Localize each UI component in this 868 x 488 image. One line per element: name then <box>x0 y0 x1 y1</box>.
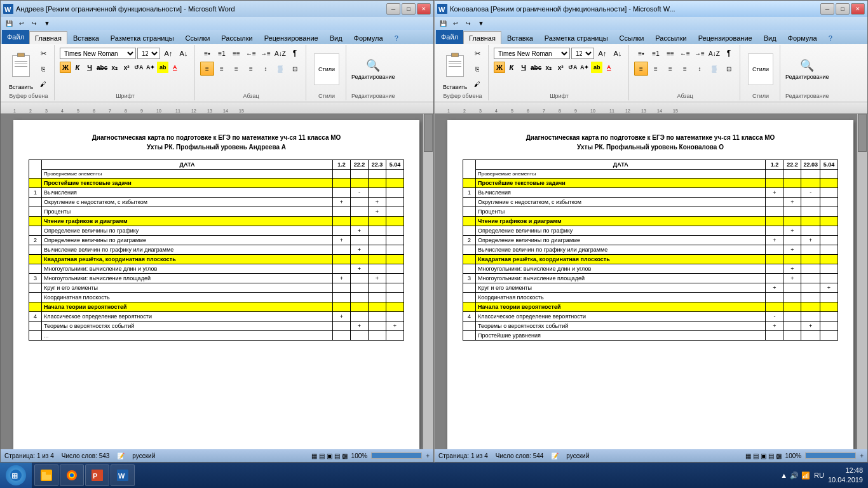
superscript-btn-2[interactable]: x² <box>555 62 566 73</box>
mail-tab-2[interactable]: Рассылки <box>649 31 692 44</box>
font-select-1[interactable]: Times New Roman <box>60 48 136 59</box>
layout-tab-2[interactable]: Разметка страницы <box>539 31 614 44</box>
shading-2[interactable]: ▒ <box>707 62 721 76</box>
maximize-btn-1[interactable]: □ <box>402 3 416 15</box>
copy-btn-2[interactable]: ⎘ <box>470 62 484 76</box>
bold-btn-1[interactable]: Ж <box>60 62 71 73</box>
align-justify-1[interactable]: ≡ <box>244 62 258 76</box>
language-indicator[interactable]: RU <box>814 471 824 479</box>
scrollbar-2[interactable] <box>857 114 867 449</box>
undo-qa-btn-1[interactable]: ↩ <box>16 18 27 29</box>
clear-format-1[interactable]: ↺A <box>133 62 144 73</box>
decrease-indent-2[interactable]: ←≡ <box>678 46 692 60</box>
font-color-2[interactable]: A <box>603 62 614 73</box>
taskbar-item-explorer[interactable] <box>34 464 58 486</box>
border-2[interactable]: ⊡ <box>722 62 736 76</box>
review-tab-1[interactable]: Рецензирование <box>259 31 324 44</box>
view-tab-2[interactable]: Вид <box>758 31 782 44</box>
scrollbar-thumb-2[interactable] <box>858 114 867 152</box>
close-btn-2[interactable]: ✕ <box>851 3 865 15</box>
zoom-bar-2[interactable] <box>805 452 856 459</box>
bullet-list-1[interactable]: ≡• <box>200 46 214 60</box>
insert-tab-1[interactable]: Вставка <box>67 31 105 44</box>
file-tab-2[interactable]: Файл <box>436 30 463 44</box>
increase-font-2[interactable]: A↑ <box>595 46 609 60</box>
align-center-2[interactable]: ≡ <box>649 62 663 76</box>
line-spacing-2[interactable]: ↕ <box>693 62 707 76</box>
size-select-1[interactable]: 12 <box>137 48 160 59</box>
strikethrough-btn-2[interactable]: abc <box>530 62 542 73</box>
show-marks-2[interactable]: ¶ <box>722 46 736 60</box>
redo-qa-btn-1[interactable]: ↪ <box>29 18 40 29</box>
align-right-1[interactable]: ≡ <box>229 62 243 76</box>
text-effect-1[interactable]: A✦ <box>145 62 156 73</box>
zoom-plus-1[interactable]: + <box>426 452 430 459</box>
styles-btn-1[interactable]: Стили <box>311 47 342 92</box>
decrease-font-2[interactable]: A↓ <box>611 46 625 60</box>
home-tab-1[interactable]: Главная <box>29 31 67 44</box>
align-justify-2[interactable]: ≡ <box>678 62 692 76</box>
align-left-2[interactable]: ≡ <box>634 62 648 76</box>
layout-tab-1[interactable]: Разметка страницы <box>105 31 180 44</box>
highlight-color-2[interactable]: ab <box>591 62 602 73</box>
sort-1[interactable]: A↓Z <box>273 46 287 60</box>
home-tab-2[interactable]: Главная <box>463 31 501 44</box>
styles-btn-2[interactable]: Стили <box>745 47 776 92</box>
cut-btn-1[interactable]: ✂ <box>36 47 50 61</box>
help-tab-1[interactable]: ? <box>389 31 404 44</box>
border-1[interactable]: ⊡ <box>288 62 302 76</box>
close-btn-1[interactable]: ✕ <box>417 3 431 15</box>
review-tab-2[interactable]: Рецензирование <box>693 31 758 44</box>
format-paint-btn-1[interactable]: 🖌 <box>36 78 50 92</box>
text-effect-2[interactable]: A✦ <box>579 62 590 73</box>
save-qa-btn-2[interactable]: 💾 <box>437 18 449 29</box>
underline-btn-1[interactable]: Ч <box>84 62 95 73</box>
mail-tab-1[interactable]: Рассылки <box>215 31 258 44</box>
taskbar-item-word[interactable]: W <box>111 464 135 486</box>
formula-tab-2[interactable]: Формула <box>782 31 823 44</box>
view-tab-1[interactable]: Вид <box>324 31 348 44</box>
bullet-list-2[interactable]: ≡• <box>634 46 648 60</box>
undo-qa-btn-2[interactable]: ↩ <box>450 18 461 29</box>
multilevel-list-2[interactable]: ≡≡ <box>663 46 677 60</box>
decrease-font-1[interactable]: A↓ <box>177 46 191 60</box>
links-tab-2[interactable]: Ссылки <box>614 31 650 44</box>
highlight-color-1[interactable]: ab <box>157 62 168 73</box>
file-tab-1[interactable]: Файл <box>2 30 29 44</box>
subscript-btn-1[interactable]: x₂ <box>109 62 120 73</box>
increase-indent-2[interactable]: →≡ <box>693 46 707 60</box>
clear-format-2[interactable]: ↺A <box>567 62 578 73</box>
bold-btn-2[interactable]: Ж <box>494 62 505 73</box>
copy-btn-1[interactable]: ⎘ <box>36 62 50 76</box>
format-paint-btn-2[interactable]: 🖌 <box>470 78 484 92</box>
show-marks-1[interactable]: ¶ <box>288 46 302 60</box>
dropdown-qa-btn-2[interactable]: ▼ <box>475 18 487 29</box>
insert-tab-2[interactable]: Вставка <box>501 31 539 44</box>
taskbar-item-powerpoint[interactable]: P <box>85 464 109 486</box>
italic-btn-2[interactable]: К <box>506 62 517 73</box>
align-left-1[interactable]: ≡ <box>200 62 214 76</box>
subscript-btn-2[interactable]: x₂ <box>543 62 554 73</box>
save-qa-btn-1[interactable]: 💾 <box>3 18 15 29</box>
italic-btn-1[interactable]: К <box>72 62 83 73</box>
links-tab-1[interactable]: Ссылки <box>180 31 216 44</box>
increase-font-1[interactable]: A↑ <box>161 46 175 60</box>
start-orb[interactable]: ⊞ <box>6 465 26 485</box>
align-right-2[interactable]: ≡ <box>663 62 677 76</box>
scrollbar-1[interactable] <box>423 114 433 449</box>
font-color-1[interactable]: A <box>169 62 180 73</box>
formula-tab-1[interactable]: Формула <box>348 31 389 44</box>
dropdown-qa-btn-1[interactable]: ▼ <box>41 18 53 29</box>
edit-btn-2[interactable]: 🔍 Редактирование <box>792 47 822 92</box>
shading-1[interactable]: ▒ <box>273 62 287 76</box>
redo-qa-btn-2[interactable]: ↪ <box>463 18 474 29</box>
multilevel-list-1[interactable]: ≡≡ <box>229 46 243 60</box>
size-select-2[interactable]: 12 <box>571 48 594 59</box>
paste-btn-2[interactable]: Вставить <box>441 48 469 90</box>
edit-btn-1[interactable]: 🔍 Редактирование <box>358 47 388 92</box>
taskbar-item-firefox[interactable] <box>60 464 84 486</box>
help-tab-2[interactable]: ? <box>823 31 838 44</box>
increase-indent-1[interactable]: →≡ <box>259 46 273 60</box>
underline-btn-2[interactable]: Ч <box>518 62 529 73</box>
scrollbar-thumb-1[interactable] <box>424 114 433 152</box>
